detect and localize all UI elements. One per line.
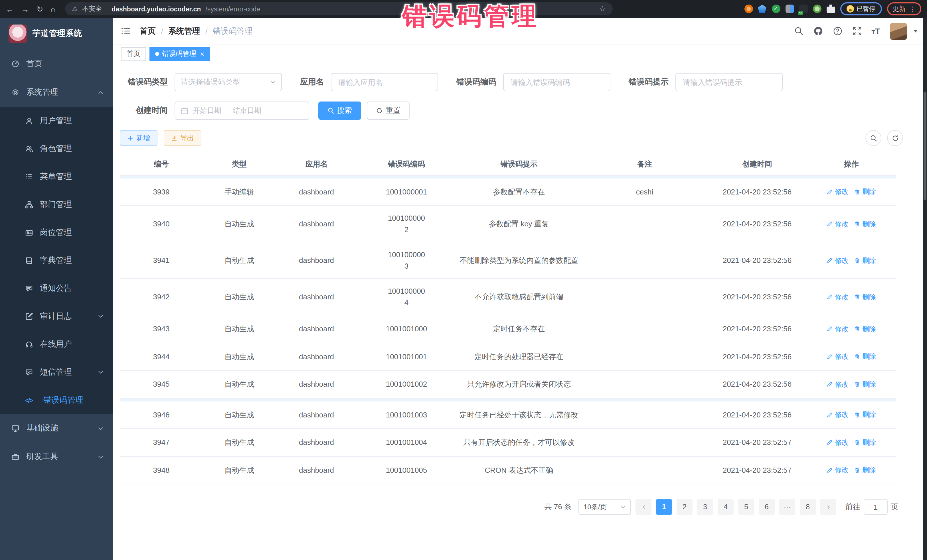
page-button-8[interactable]: 8 [800, 499, 816, 515]
sidebar-item-sms[interactable]: 短信管理 [0, 358, 113, 386]
sidebar-item-users[interactable]: 用户管理 [0, 107, 113, 135]
reload-icon[interactable]: ↻ [36, 5, 43, 13]
error-type-select[interactable]: 请选择错误码类型 [175, 73, 282, 91]
edit-link[interactable]: 修改 [827, 255, 849, 266]
export-button[interactable]: 导出 [164, 130, 201, 146]
forward-icon[interactable]: → [21, 5, 29, 13]
delete-link[interactable]: 删除 [854, 324, 876, 334]
delete-link[interactable]: 删除 [854, 465, 876, 475]
puzzle-extension-icon[interactable] [826, 5, 835, 13]
next-page-button[interactable] [820, 499, 836, 515]
sidebar-item-audit-log[interactable]: 审计日志 [0, 302, 113, 330]
fullscreen-icon[interactable] [852, 26, 862, 36]
sidebar-item-dict[interactable]: 字典管理 [0, 246, 113, 274]
more-pages-button[interactable]: ··· [779, 499, 795, 515]
back-icon[interactable]: ← [6, 5, 14, 13]
sidebar-item-notices[interactable]: 通知公告 [0, 274, 113, 302]
sidebar-item-system[interactable]: 系统管理 [0, 78, 113, 107]
edit-link[interactable]: 修改 [827, 465, 849, 475]
scrollbar-thumb[interactable] [924, 92, 926, 200]
error-code-input[interactable] [511, 78, 603, 87]
help-icon[interactable] [833, 26, 842, 36]
user-avatar[interactable] [890, 23, 907, 39]
tag-error-code[interactable]: 错误码管理 × [149, 47, 210, 61]
calendar-icon [181, 107, 188, 114]
font-size-icon[interactable]: TT [871, 26, 880, 36]
date-range-picker[interactable]: 开始日期 - 结束日期 [175, 102, 309, 120]
refresh-table-button[interactable] [887, 130, 903, 146]
close-tag-icon[interactable]: × [200, 50, 204, 58]
sidebar-item-home[interactable]: 首页 [0, 50, 113, 78]
error-code-label: 错误码编码 [456, 77, 503, 87]
sidebar-item-posts[interactable]: 岗位管理 [0, 219, 113, 246]
goto-suffix: 页 [891, 502, 898, 512]
browser-scrollbar[interactable] [923, 18, 927, 560]
prev-page-button[interactable] [635, 499, 652, 515]
edit-link[interactable]: 修改 [827, 324, 849, 334]
edit-link[interactable]: 修改 [827, 187, 849, 197]
delete-link[interactable]: 删除 [854, 379, 876, 390]
page-button-2[interactable]: 2 [676, 499, 693, 515]
trash-icon [854, 467, 860, 473]
search-button[interactable]: 搜索 [318, 102, 361, 120]
delete-link[interactable]: 删除 [854, 410, 876, 420]
sidebar-item-online-users[interactable]: 在线用户 [0, 330, 113, 358]
delete-link[interactable]: 删除 [854, 352, 876, 362]
delete-link[interactable]: 删除 [854, 255, 876, 266]
github-icon[interactable] [813, 26, 823, 36]
goto-page-input[interactable] [864, 499, 887, 515]
add-button[interactable]: 新增 [120, 130, 158, 146]
extension-icon[interactable] [813, 5, 821, 13]
home-icon[interactable]: ⌂ [50, 5, 55, 13]
breadcrumb-home[interactable]: 首页 [140, 26, 156, 36]
app-logo-row[interactable]: 芋道管理系统 [0, 18, 113, 50]
kebab-menu-icon[interactable]: ⋮ [909, 5, 916, 13]
breadcrumb-system[interactable]: 系统管理 [168, 26, 200, 36]
delete-link[interactable]: 删除 [854, 187, 876, 197]
sidebar-item-infrastructure[interactable]: 基础设施 [0, 414, 113, 443]
extension-icon[interactable] [758, 5, 766, 13]
trash-icon [854, 412, 860, 418]
extension-icon[interactable] [772, 5, 780, 13]
sidebar-item-dev-tools[interactable]: 研发工具 [0, 443, 113, 471]
bookmark-star-icon[interactable]: ☆ [599, 5, 606, 13]
show-search-button[interactable] [865, 130, 881, 146]
chevron-down-icon [97, 313, 104, 319]
table-row: 3942 自动生成 dashboard 1001000004 不允许获取敏感配置… [120, 279, 896, 316]
user-icon [25, 117, 33, 124]
edit-link[interactable]: 修改 [827, 437, 849, 448]
page-button-1[interactable]: 1 [656, 499, 672, 515]
edit-link[interactable]: 修改 [827, 410, 849, 420]
update-button[interactable]: 更新 ⋮ [887, 2, 921, 15]
col-header-type: 类型 [203, 153, 276, 175]
sitemap-icon [25, 200, 33, 208]
edit-link[interactable]: 修改 [827, 219, 849, 229]
avatar-caret-icon[interactable] [913, 30, 918, 32]
page-button-3[interactable]: 3 [697, 499, 713, 515]
edit-link[interactable]: 修改 [827, 379, 849, 390]
tag-home[interactable]: 首页 [121, 47, 146, 61]
delete-link[interactable]: 删除 [854, 437, 876, 448]
page-button-4[interactable]: 4 [718, 499, 734, 515]
extension-icon[interactable] [744, 5, 753, 13]
delete-link[interactable]: 删除 [854, 219, 876, 229]
edit-link[interactable]: 修改 [827, 352, 849, 362]
error-msg-input[interactable] [683, 78, 775, 87]
reset-button[interactable]: 重置 [367, 102, 410, 120]
sidebar-item-error-code[interactable]: </> 错误码管理 [0, 386, 113, 414]
paused-badge[interactable]: 已暂停 [840, 2, 881, 15]
sidebar-fold-icon[interactable] [121, 27, 131, 35]
search-icon[interactable] [794, 26, 804, 36]
page-button-5[interactable]: 5 [738, 499, 754, 515]
edit-link[interactable]: 修改 [827, 292, 849, 302]
sidebar-item-menus[interactable]: 菜单管理 [0, 162, 113, 190]
sidebar-item-roles[interactable]: 角色管理 [0, 135, 113, 162]
book-icon [25, 256, 33, 264]
app-name-input[interactable] [338, 78, 431, 87]
extension-icon[interactable] [785, 5, 794, 13]
page-button-6[interactable]: 6 [759, 499, 775, 515]
extension-icon[interactable] [799, 5, 807, 13]
sidebar-item-departments[interactable]: 部门管理 [0, 190, 113, 219]
page-size-select[interactable]: 10条/页 [579, 499, 631, 515]
delete-link[interactable]: 删除 [854, 292, 876, 302]
